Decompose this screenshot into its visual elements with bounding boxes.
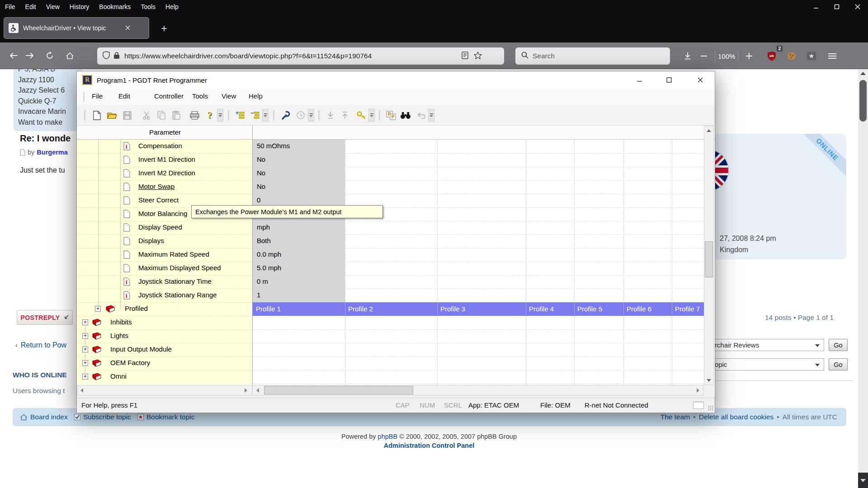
search-bar[interactable]: Search xyxy=(515,47,670,65)
toolbar-grip[interactable] xyxy=(379,110,380,120)
table-row[interactable]: Steer Correct0 xyxy=(77,194,704,207)
author-link[interactable]: Burgerma xyxy=(37,149,68,156)
window-maximize-button[interactable] xyxy=(826,0,847,14)
subscribe-topic-link[interactable]: Subscribe topic xyxy=(74,413,131,421)
toolbar-grip[interactable] xyxy=(228,110,229,120)
downloads-button[interactable] xyxy=(679,48,696,64)
go-button-topic[interactable]: Go xyxy=(829,358,848,371)
toolbar-grip[interactable] xyxy=(84,110,85,120)
profile-cell[interactable]: Profile 6 xyxy=(627,305,651,313)
zoom-out-button[interactable] xyxy=(696,48,712,64)
admin-control-panel-link[interactable]: Administration Control Panel xyxy=(384,442,475,449)
cut-button[interactable] xyxy=(140,109,153,122)
tree-group-dropdown[interactable] xyxy=(262,109,269,122)
scroll-down-arrow[interactable] xyxy=(707,379,711,382)
pgdt-menu-controller[interactable]: Controller xyxy=(154,92,184,100)
scroll-thumb[interactable] xyxy=(705,241,713,277)
menubar-grip[interactable] xyxy=(83,92,85,102)
profile-cell[interactable]: Profile 3 xyxy=(440,305,465,313)
window-minimize-button[interactable] xyxy=(806,0,826,14)
table-row[interactable]: i Joystick Stationary Time0 m xyxy=(77,275,704,289)
table-row[interactable]: Display Speedmph xyxy=(77,221,704,235)
profile-cell[interactable]: Profile 1 xyxy=(256,305,281,313)
tree-horizontal-scrollbar[interactable] xyxy=(77,385,252,395)
toolbar-grip[interactable] xyxy=(273,110,274,120)
table-row[interactable]: DisplaysBoth xyxy=(77,235,704,248)
menu-history[interactable]: History xyxy=(65,3,94,10)
transfer-group-dropdown[interactable] xyxy=(368,109,375,122)
scroll-thumb[interactable] xyxy=(859,80,867,122)
pgdt-minimize-button[interactable] xyxy=(632,75,647,85)
scroll-up-arrow[interactable] xyxy=(860,72,866,75)
pgdt-maximize-button[interactable] xyxy=(661,75,677,85)
reload-button[interactable] xyxy=(42,47,58,64)
profile-cell[interactable]: Profile 2 xyxy=(348,305,373,313)
toolbar-grip[interactable] xyxy=(318,110,320,120)
post-reply-button[interactable]: POSTREPLY xyxy=(17,310,73,325)
back-button[interactable] xyxy=(5,47,22,64)
scroll-thumb[interactable] xyxy=(264,386,413,394)
write-to-chair-button[interactable] xyxy=(339,109,351,122)
settings-wrench-button[interactable] xyxy=(279,109,292,122)
pgdt-menu-tools[interactable]: Tools xyxy=(192,92,208,100)
delete-cookies-link[interactable]: Delete all board cookies xyxy=(699,413,774,421)
cookie-extension-button[interactable] xyxy=(783,48,800,64)
expand-plus-icon[interactable]: + xyxy=(95,306,101,312)
scroll-up-arrow[interactable] xyxy=(707,129,711,132)
tree-branch-row[interactable]: + Input Output Module xyxy=(77,343,704,357)
tab-close-button[interactable] xyxy=(125,24,130,32)
jump-to-forum-select[interactable]: verchair Reviews xyxy=(703,339,824,351)
table-row[interactable]: Motor Balancing xyxy=(77,207,704,221)
menu-view[interactable]: View xyxy=(41,3,65,10)
menu-file[interactable]: File xyxy=(0,3,20,10)
list-item[interactable]: Quickie Q-7 xyxy=(18,96,78,107)
grid-vertical-scrollbar[interactable] xyxy=(704,126,714,385)
file-group-dropdown[interactable] xyxy=(217,109,223,122)
page-scrollbar[interactable] xyxy=(858,69,868,488)
timer-button[interactable] xyxy=(294,109,307,122)
forward-button[interactable] xyxy=(22,47,38,64)
ublock-extension-button[interactable]: ub 2 xyxy=(764,48,780,64)
table-row[interactable]: i Joystick Stationary Range1 xyxy=(77,289,704,302)
key-button[interactable] xyxy=(355,109,368,122)
list-item[interactable]: Jazzy 1100 xyxy=(18,75,78,85)
table-row[interactable]: i Compensation50 mOhms xyxy=(77,140,704,153)
browser-tab[interactable]: WheelchairDriver • View topic xyxy=(4,17,149,39)
scroll-right-arrow[interactable] xyxy=(245,388,247,393)
scroll-left-arrow[interactable] xyxy=(256,388,259,393)
table-row[interactable]: Maximum Rated Speed0.0 mph xyxy=(77,248,704,262)
topic-action-select[interactable]: k topic xyxy=(703,358,824,371)
profile-cell[interactable]: Profile 4 xyxy=(529,305,554,313)
menu-tools[interactable]: Tools xyxy=(136,3,160,10)
tree-branch-row[interactable]: + Omni xyxy=(77,370,704,384)
help-button[interactable]: ? xyxy=(203,109,216,122)
resize-grip[interactable] xyxy=(708,405,713,411)
expand-tree-button[interactable]: + xyxy=(234,109,246,122)
copy-button[interactable] xyxy=(155,109,168,122)
go-button-forum[interactable]: Go xyxy=(829,339,848,351)
compare-programs-button[interactable]: PP xyxy=(385,109,397,122)
reader-mode-icon[interactable] xyxy=(462,52,468,61)
pgdt-close-button[interactable] xyxy=(693,75,708,85)
list-item[interactable]: Jazzy Select 6 xyxy=(18,85,78,96)
new-tab-button[interactable]: + xyxy=(157,22,171,35)
tree-branch-row[interactable]: + OEM Factory xyxy=(77,357,704,370)
extension-button[interactable] xyxy=(803,48,820,64)
bookmark-star-icon[interactable] xyxy=(474,52,482,61)
table-row[interactable]: Invert M2 DirectionNo xyxy=(77,167,704,180)
menu-edit[interactable]: Edit xyxy=(20,3,41,10)
parameter-column-header[interactable]: Parameter xyxy=(149,128,181,136)
profile-header-row[interactable]: Profile 1 Profile 2 Profile 3 Profile 4 … xyxy=(252,302,704,316)
tree-branch-row[interactable]: + Inhibits xyxy=(77,316,704,329)
new-file-button[interactable] xyxy=(91,109,104,122)
phpbb-link[interactable]: phpBB xyxy=(378,433,398,440)
zoom-in-button[interactable] xyxy=(741,48,757,64)
tree-branch-row[interactable]: + Lights xyxy=(77,329,704,343)
tracking-shield-icon[interactable] xyxy=(103,51,110,61)
print-button[interactable] xyxy=(188,109,201,122)
menu-help[interactable]: Help xyxy=(160,3,184,10)
scroll-left-arrow[interactable] xyxy=(80,388,83,393)
return-to-forum-link[interactable]: Return to Pow xyxy=(21,341,66,349)
lock-icon[interactable] xyxy=(113,52,120,61)
pgdt-menu-file[interactable]: File xyxy=(92,92,103,100)
